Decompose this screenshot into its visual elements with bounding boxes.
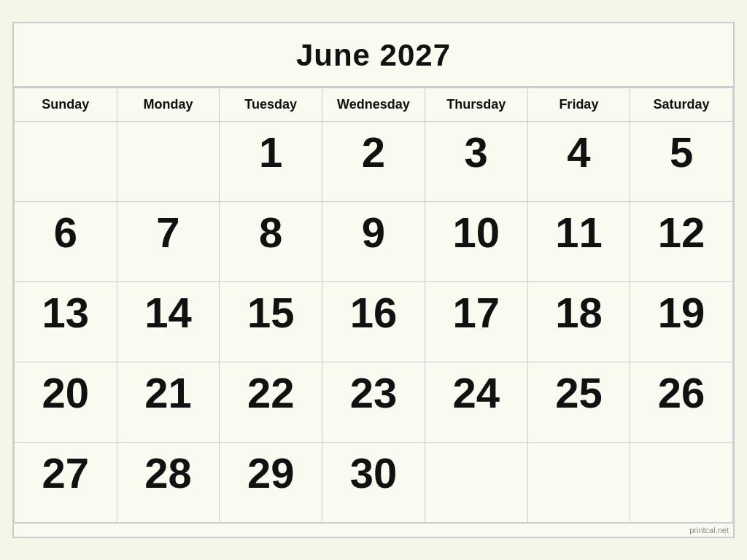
- calendar-day-1[interactable]: 1: [220, 122, 322, 202]
- calendar-day-26[interactable]: 26: [630, 362, 733, 443]
- watermark: printcal.net: [14, 523, 733, 537]
- calendar-day-24[interactable]: 24: [425, 362, 527, 443]
- calendar-day-4[interactable]: 4: [527, 122, 630, 202]
- calendar-day-17[interactable]: 17: [425, 282, 527, 362]
- day-header-saturday: Saturday: [630, 88, 733, 122]
- calendar-grid: SundayMondayTuesdayWednesdayThursdayFrid…: [14, 88, 733, 523]
- calendar-day-empty: [15, 122, 117, 202]
- calendar-day-27[interactable]: 27: [15, 443, 117, 523]
- day-header-thursday: Thursday: [425, 88, 527, 122]
- calendar-day-21[interactable]: 21: [117, 362, 220, 443]
- day-header-sunday: Sunday: [15, 88, 117, 122]
- calendar-week-3: 13141516171819: [15, 282, 733, 362]
- calendar-container: June 2027 SundayMondayTuesdayWednesdayTh…: [12, 22, 735, 538]
- calendar-title: June 2027: [14, 23, 733, 88]
- calendar-day-8[interactable]: 8: [220, 202, 322, 282]
- calendar-week-4: 20212223242526: [15, 362, 733, 443]
- calendar-day-13[interactable]: 13: [15, 282, 117, 362]
- calendar-day-14[interactable]: 14: [117, 282, 220, 362]
- calendar-day-empty: [117, 122, 220, 202]
- calendar-day-12[interactable]: 12: [630, 202, 733, 282]
- calendar-day-19[interactable]: 19: [630, 282, 733, 362]
- calendar-day-16[interactable]: 16: [322, 282, 425, 362]
- calendar-day-29[interactable]: 29: [220, 443, 322, 523]
- calendar-day-2[interactable]: 2: [322, 122, 425, 202]
- calendar-day-18[interactable]: 18: [527, 282, 630, 362]
- day-header-monday: Monday: [117, 88, 220, 122]
- calendar-day-20[interactable]: 20: [15, 362, 117, 443]
- days-header-row: SundayMondayTuesdayWednesdayThursdayFrid…: [15, 88, 733, 122]
- calendar-week-5: 27282930: [15, 443, 733, 523]
- calendar-day-28[interactable]: 28: [117, 443, 220, 523]
- calendar-day-3[interactable]: 3: [425, 122, 527, 202]
- calendar-day-6[interactable]: 6: [15, 202, 117, 282]
- day-header-tuesday: Tuesday: [220, 88, 322, 122]
- calendar-week-1: 12345: [15, 122, 733, 202]
- calendar-day-7[interactable]: 7: [117, 202, 220, 282]
- calendar-day-25[interactable]: 25: [527, 362, 630, 443]
- calendar-day-empty: [630, 443, 733, 523]
- calendar-day-10[interactable]: 10: [425, 202, 527, 282]
- calendar-day-22[interactable]: 22: [220, 362, 322, 443]
- day-header-friday: Friday: [527, 88, 630, 122]
- calendar-day-23[interactable]: 23: [322, 362, 425, 443]
- calendar-day-9[interactable]: 9: [322, 202, 425, 282]
- calendar-day-empty: [425, 443, 527, 523]
- calendar-week-2: 6789101112: [15, 202, 733, 282]
- calendar-day-5[interactable]: 5: [630, 122, 733, 202]
- calendar-day-11[interactable]: 11: [527, 202, 630, 282]
- calendar-day-30[interactable]: 30: [322, 443, 425, 523]
- day-header-wednesday: Wednesday: [322, 88, 425, 122]
- calendar-day-empty: [527, 443, 630, 523]
- calendar-day-15[interactable]: 15: [220, 282, 322, 362]
